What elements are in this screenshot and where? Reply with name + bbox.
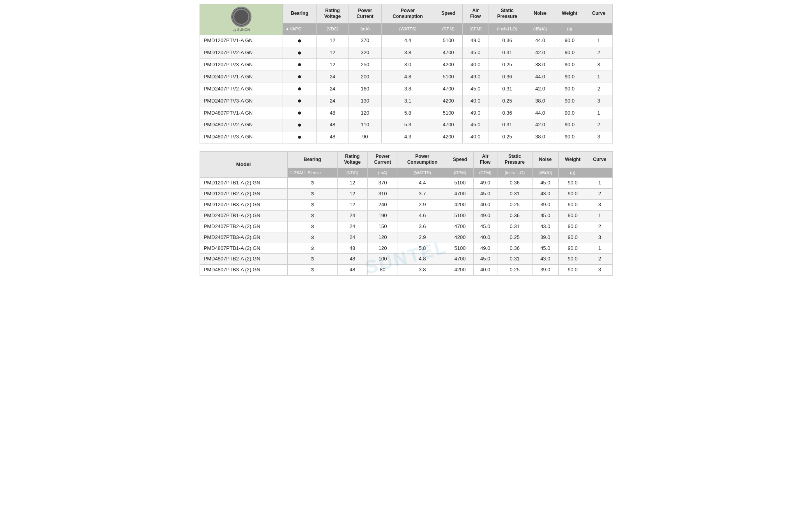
power-cell: 4.8	[382, 71, 434, 83]
noise-cell: 39.0	[532, 232, 558, 243]
unit-weight: (g)	[554, 23, 585, 35]
flow-cell: 45.0	[463, 83, 488, 95]
col2-airflow: AirFlow	[473, 151, 497, 168]
table-row: PMD4807PTV2-A GN ● 48 110 5.3 4700 45.0 …	[200, 119, 612, 131]
unit-power: (WATTS)	[382, 23, 434, 35]
noise-cell: 39.0	[532, 199, 558, 210]
col2-pressure: StaticPressure	[497, 151, 532, 168]
logo-icon: MAGLev	[231, 7, 251, 27]
svg-text:MAGLev: MAGLev	[234, 15, 248, 19]
speed-cell: 5100	[434, 71, 463, 83]
table-row: PMD2407PTV1-A GN ● 24 200 4.8 5100 49.0 …	[200, 71, 612, 83]
col-speed: Speed	[434, 4, 463, 23]
table-row: PMD1207PTB3-A (2).GN ⊙ 12 240 2.9 4200 4…	[200, 199, 612, 210]
curve-cell: 1	[585, 71, 612, 83]
pressure-cell: 0.36	[488, 35, 526, 47]
current-cell: 100	[367, 254, 398, 265]
table2-section: SUNTEL Model Bearing RatingVoltage Power…	[200, 151, 613, 276]
voltage-cell: 48	[337, 265, 367, 276]
curve-cell: 2	[587, 254, 612, 265]
noise-cell: 38.0	[526, 59, 554, 71]
curve-cell: 3	[585, 59, 612, 71]
bearing-cell: ●	[283, 59, 316, 71]
bearing-cell: ●	[283, 95, 316, 107]
speed-cell: 4200	[447, 199, 473, 210]
flow-cell: 49.0	[473, 210, 497, 221]
speed-cell: 4700	[447, 254, 473, 265]
model-cell: PMD1207PTV1-A GN	[200, 35, 283, 47]
current-cell: 80	[367, 265, 398, 276]
weight-cell: 90.0	[554, 83, 585, 95]
pressure-cell: 0.36	[488, 107, 526, 119]
voltage-cell: 24	[316, 95, 349, 107]
flow-cell: 49.0	[463, 107, 488, 119]
voltage-cell: 12	[337, 178, 367, 189]
model-cell: PMD2407PTV2-A GN	[200, 83, 283, 95]
noise-cell: 44.0	[526, 107, 554, 119]
pressure-cell: 0.36	[488, 71, 526, 83]
curve-cell: 3	[587, 265, 612, 276]
vapo-label: ● VAPO	[283, 23, 316, 35]
pressure-cell: 0.36	[497, 243, 532, 254]
bearing-cell: ●	[283, 47, 316, 59]
power-cell: 5.3	[382, 119, 434, 131]
voltage-cell: 24	[337, 232, 367, 243]
power-cell: 2.9	[398, 232, 447, 243]
current-cell: 120	[367, 243, 398, 254]
bearing-cell: ●	[283, 71, 316, 83]
col2-bearing: Bearing	[287, 151, 337, 168]
curve-cell: 2	[585, 47, 612, 59]
col-bearing: Bearing	[283, 4, 316, 23]
flow-cell: 49.0	[463, 71, 488, 83]
flow-cell: 45.0	[463, 47, 488, 59]
curve-cell: 1	[585, 35, 612, 47]
col-airflow: AirFlow	[463, 4, 488, 23]
noise-cell: 43.0	[532, 221, 558, 232]
curve-cell: 2	[585, 83, 612, 95]
bearing-cell: ⊙	[287, 178, 337, 189]
table1-section: MAGLev by SUNON Bearing RatingVoltage Po…	[200, 4, 613, 143]
table1: MAGLev by SUNON Bearing RatingVoltage Po…	[200, 4, 613, 143]
weight-cell: 90.0	[554, 107, 585, 119]
current-cell: 160	[349, 83, 381, 95]
speed-cell: 5100	[447, 210, 473, 221]
speed-cell: 5100	[447, 178, 473, 189]
table-row: PMD4807PTV3-A GN ● 48 90 4.3 4200 40.0 0…	[200, 131, 612, 143]
svg-point-0	[232, 7, 251, 26]
unit-speed: (RPM)	[434, 23, 463, 35]
power-cell: 4.4	[398, 178, 447, 189]
current-cell: 320	[349, 47, 381, 59]
bearing-cell: ●	[283, 35, 316, 47]
power-cell: 4.8	[398, 254, 447, 265]
col2-weight: Weight	[558, 151, 587, 168]
curve-cell: 1	[587, 178, 612, 189]
voltage-cell: 12	[316, 35, 349, 47]
voltage-cell: 12	[316, 59, 349, 71]
current-cell: 90	[349, 131, 381, 143]
noise-cell: 44.0	[526, 71, 554, 83]
pressure-cell: 0.25	[497, 199, 532, 210]
bearing-cell: ⊙	[287, 210, 337, 221]
table-row: PMD1207PTV3-A GN ● 12 250 3.0 4200 40.0 …	[200, 59, 612, 71]
bearing-cell: ●	[283, 83, 316, 95]
bearing-cell: ⊙	[287, 189, 337, 200]
flow-cell: 49.0	[473, 178, 497, 189]
col2-curve: Curve	[587, 151, 612, 168]
model-cell: PMD1207PTV2-A GN	[200, 47, 283, 59]
weight-cell: 90.0	[558, 221, 587, 232]
page-wrapper: MAGLev by SUNON Bearing RatingVoltage Po…	[200, 4, 613, 276]
table1-body: PMD1207PTV1-A GN ● 12 370 4.4 5100 49.0 …	[200, 35, 612, 143]
unit2-weight: (g)	[558, 168, 587, 177]
col-voltage: RatingVoltage	[316, 4, 349, 23]
table-row: PMD4807PTB3-A (2).GN ⊙ 48 80 3.8 4200 40…	[200, 265, 612, 276]
logo: MAGLev by SUNON	[231, 7, 251, 32]
model-cell: PMD4807PTB2-A (2).GN	[200, 254, 287, 265]
col-power: PowerConsumption	[382, 4, 434, 23]
noise-cell: 38.0	[526, 131, 554, 143]
pressure-cell: 0.31	[488, 83, 526, 95]
weight-cell: 90.0	[554, 131, 585, 143]
model-cell: PMD1207PTB1-A (2).GN	[200, 178, 287, 189]
noise-cell: 42.0	[526, 119, 554, 131]
curve-cell: 3	[585, 131, 612, 143]
current-cell: 190	[367, 210, 398, 221]
